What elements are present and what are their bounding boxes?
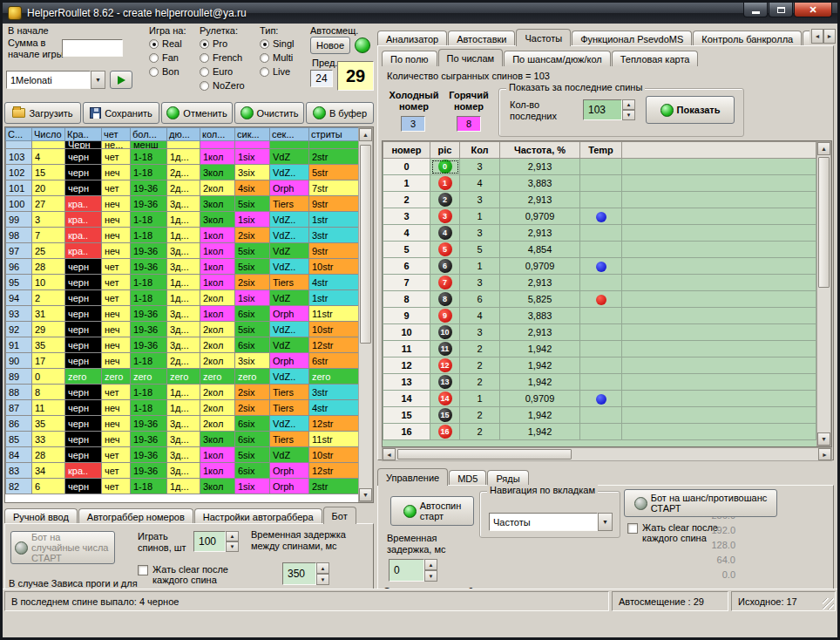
freq-subtab-1[interactable]: По полю xyxy=(382,51,437,66)
new-autoshift-button[interactable]: Новое xyxy=(310,37,350,54)
history-row[interactable]: 942чернчет1-181д...2кол1sixVdZ1str xyxy=(6,290,359,306)
analyzer-tab-3[interactable]: Частоты xyxy=(516,29,571,46)
freq-scroll-down-icon[interactable]: ▼ xyxy=(817,432,830,446)
chevron-down-icon[interactable]: ▼ xyxy=(91,71,105,89)
undo-button[interactable]: Отменить xyxy=(161,102,233,124)
to-buffer-button[interactable]: В буфер xyxy=(306,102,374,124)
random-numbers-bot-button[interactable]: Бот на случайные числа СТАРТ xyxy=(10,531,115,564)
radio-french[interactable]: French xyxy=(200,51,245,65)
spins-down-icon[interactable]: ▼ xyxy=(226,541,239,552)
play-button[interactable] xyxy=(110,71,132,89)
last-spins-count-input[interactable]: 103 xyxy=(583,99,622,120)
minimize-button[interactable] xyxy=(743,3,768,17)
control-tab-1[interactable]: Управление xyxy=(377,468,448,486)
left-tab-1[interactable]: Ручной ввод xyxy=(4,508,78,524)
radio-fan[interactable]: Fan xyxy=(149,51,186,65)
delay-up-icon[interactable]: ▲ xyxy=(316,562,329,574)
freq-scrollbar-thumb[interactable] xyxy=(818,157,830,288)
freq-scroll-up-icon[interactable]: ▲ xyxy=(817,142,830,155)
spin-delay-input[interactable]: 350 xyxy=(282,562,316,585)
spins-count-input[interactable]: 100 xyxy=(193,531,226,552)
radio-singl[interactable]: Singl xyxy=(260,37,294,51)
history-row[interactable]: 1034чернчет1-181д...1кол1sixVdZ2str xyxy=(6,149,359,165)
scroll-down-icon[interactable]: ▼ xyxy=(359,488,372,501)
freq-row[interactable]: 7732,913 xyxy=(383,275,816,291)
maximize-button[interactable] xyxy=(769,3,793,17)
freq-row[interactable]: 101032,913 xyxy=(383,324,816,341)
autospin-start-button[interactable]: Автоспинстарт xyxy=(390,496,474,526)
save-button[interactable]: Сохранить xyxy=(83,102,159,124)
scroll-up-icon[interactable]: ▲ xyxy=(359,128,372,141)
left-tab-4[interactable]: Бот xyxy=(323,507,356,524)
freq-hscrollbar-thumb[interactable] xyxy=(397,449,572,460)
radio-euro[interactable]: Euro xyxy=(200,65,245,78)
freq-row[interactable]: 8865,825 xyxy=(383,291,816,308)
load-button[interactable]: Загрузить xyxy=(4,102,81,124)
delay-down-icon[interactable]: ▼ xyxy=(316,574,329,585)
profile-combobox[interactable]: 1Melonati ▼ xyxy=(6,71,105,89)
freq-row[interactable]: 121221,942 xyxy=(383,357,816,374)
radio-real[interactable]: Real xyxy=(149,37,186,51)
history-row[interactable]: 8334кра..чет19-363д...1кол6sixOrph12str xyxy=(6,463,359,479)
history-row[interactable]: 10027кра..неч19-363д...3кол5sixTiers9str xyxy=(6,196,359,212)
freq-row[interactable]: 2232,913 xyxy=(383,192,816,208)
history-row[interactable]: 9017черннеч1-182д...2кол3sixOrph6str xyxy=(6,353,359,369)
history-row[interactable]: 8635черннеч19-363д...2кол6sixVdZ..12str xyxy=(6,416,359,432)
history-scrollbar[interactable]: ▲ ▼ xyxy=(358,127,373,502)
freq-subtab-4[interactable]: Тепловая карта xyxy=(612,51,699,66)
freq-row[interactable]: 131321,942 xyxy=(383,374,816,391)
tab-navigation-combobox[interactable]: Частоты ▼ xyxy=(489,513,613,531)
show-button[interactable]: Показать xyxy=(646,96,735,124)
history-row[interactable]: 9510чернчет1-181д...1кол2sixTiers4str xyxy=(6,275,359,290)
freq-subtab-2[interactable]: По числам xyxy=(438,49,504,66)
history-row[interactable]: 8428чернчет19-363д...1кол5sixVdZ10str xyxy=(6,447,359,463)
control-delay-up-icon[interactable]: ▲ xyxy=(424,559,437,570)
history-row[interactable]: 8711черннеч1-181д...2кол2sixTiers4str xyxy=(6,400,359,416)
freq-row[interactable]: 6610,9709 xyxy=(383,258,816,275)
history-row[interactable]: 890zerozerozerozerozerozeroVdZ..zero xyxy=(6,369,359,385)
freq-row[interactable]: 161621,942 xyxy=(383,424,816,440)
frequency-scrollbar[interactable]: ▲ ▼ xyxy=(816,141,831,446)
clear-button[interactable]: Очистить xyxy=(234,102,304,124)
radio-nozero[interactable]: NoZero xyxy=(200,78,245,92)
title-bar[interactable]: HelperRoullet 8.62 - create helperroulle… xyxy=(3,3,837,24)
freq-row[interactable]: 1143,883 xyxy=(383,175,816,192)
history-row[interactable]: 9229черннеч19-363д...2кол5sixVdZ..10str xyxy=(6,322,359,337)
control-delay-down-icon[interactable]: ▼ xyxy=(424,570,437,582)
history-row[interactable]: 10120чернчет19-362д...2кол4sixOrph7str xyxy=(6,180,359,196)
freq-subtab-3[interactable]: По шансам/дюж/кол xyxy=(504,51,611,66)
control-delay-input[interactable]: 0 xyxy=(389,559,424,582)
analyzer-tab-5[interactable]: Контроль банкролла xyxy=(693,31,802,46)
chevron-down-icon[interactable]: ▼ xyxy=(598,513,613,531)
resize-grip[interactable] xyxy=(823,598,834,609)
freq-row[interactable]: 3310,9709 xyxy=(383,208,816,225)
clear-after-spin-checkbox[interactable]: Жать clear послекаждого спина xyxy=(138,564,242,585)
history-row[interactable]: 993кра..неч1-181д...3кол1sixVdZ..1str xyxy=(6,212,359,228)
control-tab-3[interactable]: Ряды xyxy=(487,470,528,486)
history-row[interactable]: 9725кра..неч19-363д...1кол5sixVdZ9str xyxy=(6,243,359,259)
freq-row[interactable]: 0032,913 xyxy=(383,159,816,175)
freq-row[interactable]: 141410,9709 xyxy=(383,391,816,407)
radio-live[interactable]: Live xyxy=(260,65,294,78)
count-down-icon[interactable]: ▼ xyxy=(622,110,635,120)
freq-row[interactable]: 9943,883 xyxy=(383,308,816,324)
freq-row[interactable]: 5554,854 xyxy=(383,242,816,258)
history-row[interactable]: 826чернчет1-181д...3кол1sixOrph2str xyxy=(6,479,359,494)
analyzer-tab-6[interactable]: Колесо xyxy=(803,31,810,46)
spins-up-icon[interactable]: ▲ xyxy=(226,531,239,541)
history-row[interactable]: 10215черннеч1-182д...3кол3sixVdZ..5str xyxy=(6,165,359,180)
radio-pro[interactable]: Pro xyxy=(200,37,245,51)
history-row[interactable]: 9135черннеч19-363д...2кол6sixVdZ12str xyxy=(6,337,359,353)
freq-row[interactable]: 111121,942 xyxy=(383,341,816,357)
tabs-scroll-right-icon[interactable]: ► xyxy=(823,29,836,44)
analyzer-tab-2[interactable]: Автоставки xyxy=(448,31,515,46)
analyzer-tab-1[interactable]: Анализатор xyxy=(377,31,447,46)
autoshift-sphere-icon[interactable] xyxy=(355,37,370,53)
left-tab-3[interactable]: Настройки автограббера xyxy=(194,508,322,524)
freq-row[interactable]: 4432,913 xyxy=(383,225,816,242)
history-row[interactable]: 8533черннеч19-363д...3кол6sixTiers11str xyxy=(6,432,359,447)
history-row[interactable]: 987кра..неч1-181д...1кол2sixVdZ..3str xyxy=(6,228,359,243)
history-row[interactable]: 9628чернчет19-363д...1кол5sixVdZ..10str xyxy=(6,259,359,275)
close-button[interactable]: ✕ xyxy=(794,3,832,17)
radio-multi[interactable]: Multi xyxy=(260,51,294,65)
